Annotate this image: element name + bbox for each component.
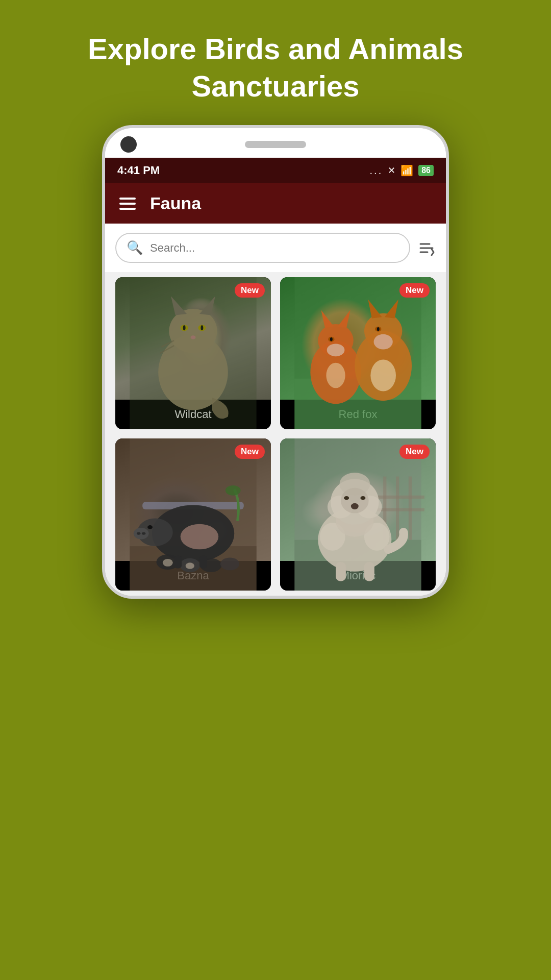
svg-rect-55 (396, 477, 399, 540)
animal-card-wildcat[interactable]: New Wildcat (115, 277, 271, 429)
svg-point-68 (344, 496, 349, 500)
svg-point-46 (220, 557, 239, 570)
menu-line-3 (119, 208, 136, 210)
app-toolbar: Fauna (105, 183, 446, 224)
svg-point-70 (351, 503, 359, 509)
bazna-new-badge: New (235, 445, 265, 459)
status-right: ... ✕ 📶 86 (370, 164, 434, 177)
status-time: 4:41 PM (117, 164, 160, 177)
svg-point-41 (147, 525, 153, 529)
svg-rect-50 (199, 556, 207, 569)
search-input-wrapper[interactable]: 🔍 (115, 233, 410, 263)
status-bar: 4:41 PM ... ✕ 📶 86 (105, 158, 446, 183)
svg-point-40 (142, 532, 145, 535)
menu-line-2 (119, 203, 136, 205)
red-fox-new-badge: New (399, 283, 430, 298)
search-input[interactable] (150, 241, 399, 255)
wildcat-new-badge: New (235, 283, 265, 298)
menu-line-1 (119, 198, 136, 200)
phone-top-bar (105, 128, 446, 158)
svg-rect-56 (409, 477, 412, 540)
svg-point-48 (186, 562, 194, 569)
hamburger-menu-button[interactable] (119, 198, 136, 210)
sort-icon (417, 239, 436, 257)
svg-point-69 (360, 496, 365, 500)
svg-rect-58 (377, 508, 424, 511)
svg-point-26 (374, 334, 393, 350)
search-bar: 🔍 (105, 224, 446, 272)
svg-point-51 (226, 485, 241, 496)
close-icon: ✕ (388, 165, 395, 176)
animal-card-mioritic[interactable]: New Mioritic (280, 438, 436, 591)
svg-point-31 (370, 359, 396, 391)
svg-point-23 (330, 337, 333, 341)
svg-rect-72 (364, 562, 374, 581)
phone-speaker (245, 141, 306, 148)
svg-point-38 (134, 528, 149, 539)
svg-point-32 (326, 363, 345, 388)
svg-rect-57 (377, 496, 424, 499)
svg-point-19 (327, 344, 345, 356)
phone-frame: 4:41 PM ... ✕ 📶 86 Fauna 🔍 (102, 125, 449, 599)
sort-filter-button[interactable] (417, 239, 436, 257)
svg-point-30 (377, 327, 380, 331)
svg-rect-49 (174, 556, 182, 569)
phone-camera (120, 136, 137, 153)
animal-card-bazna[interactable]: New Bazna (115, 438, 271, 591)
svg-point-42 (181, 524, 219, 550)
app-title: Fauna (150, 193, 201, 213)
svg-point-47 (163, 559, 173, 567)
animal-grid: New Wildcat (105, 272, 446, 596)
wifi-icon: 📶 (400, 164, 413, 177)
animal-card-red-fox[interactable]: New Red fox (280, 277, 436, 429)
svg-rect-14 (130, 277, 256, 429)
svg-point-39 (137, 532, 140, 535)
search-icon: 🔍 (127, 240, 143, 256)
page-header: Explore Birds and Animals Sanctuaries (0, 0, 551, 125)
svg-rect-71 (336, 562, 346, 581)
battery-indicator: 86 (418, 165, 434, 176)
mioritic-new-badge: New (399, 445, 430, 459)
more-icon: ... (370, 165, 383, 177)
